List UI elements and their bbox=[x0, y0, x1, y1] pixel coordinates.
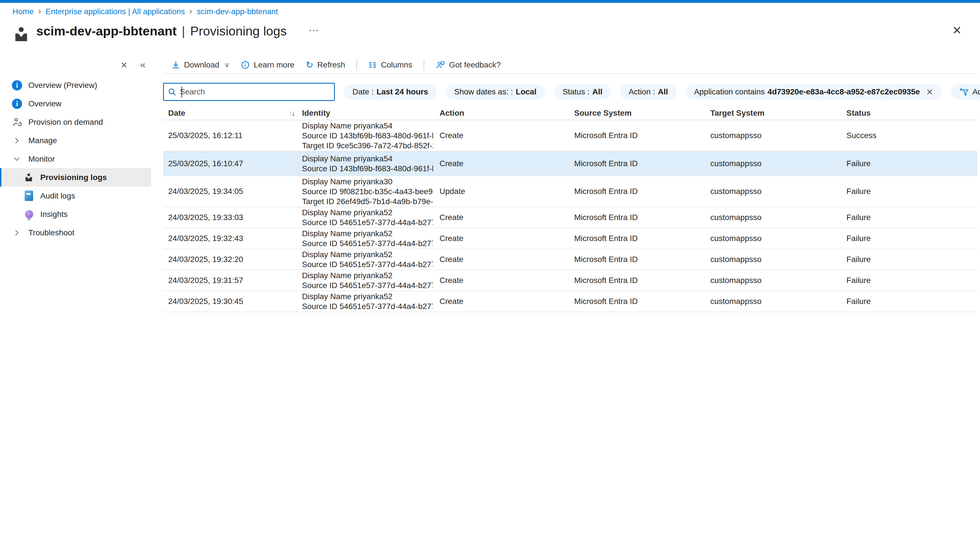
cell-action: Create bbox=[439, 159, 574, 168]
learn-more-label: Learn more bbox=[254, 60, 294, 70]
cell-status: Failure bbox=[846, 213, 977, 222]
cell-identity: Display Name priyanka52Source ID 54651e5… bbox=[302, 270, 439, 290]
close-blade-icon[interactable]: ✕ bbox=[952, 24, 962, 37]
sidebar-item-provision-on-demand[interactable]: Provision on demand bbox=[0, 113, 151, 131]
identity-line: Source ID 54651e57-377d-44a4-b277-6 bbox=[302, 280, 433, 290]
identity-line: Display Name priyanka52 bbox=[302, 208, 433, 218]
filter-pill-value: All bbox=[658, 88, 668, 96]
sidebar-item-insights[interactable]: Insights bbox=[0, 205, 151, 223]
page-name: Provisioning logs bbox=[190, 24, 287, 38]
column-header-date[interactable]: Date ↑↓ bbox=[168, 108, 302, 118]
download-button[interactable]: Download ∨ bbox=[172, 60, 229, 70]
breadcrumb-link-app[interactable]: scim-dev-app-bbtenant bbox=[197, 7, 278, 16]
sidebar-item-label: Overview (Preview) bbox=[29, 81, 97, 90]
cell-target-system: customappsso bbox=[710, 276, 846, 285]
filter-pill-date[interactable]: Date :Last 24 hours bbox=[344, 84, 437, 100]
identity-line: Source ID 143bf69b-f683-480d-961f-bf6 bbox=[302, 131, 433, 141]
identity-line: Display Name priyanka54 bbox=[302, 121, 433, 131]
breadcrumb-separator-icon: › bbox=[38, 7, 41, 16]
app-name: scim-dev-app-bbtenant bbox=[36, 24, 177, 38]
cell-date: 24/03/2025, 19:31:57 bbox=[168, 276, 302, 285]
collapse-menu-icon[interactable]: « bbox=[140, 59, 145, 70]
identity-line: Display Name priyanka52 bbox=[302, 270, 433, 280]
provisioning-logs-blade: Home › Enterprise applications | All app… bbox=[0, 0, 980, 541]
cell-date: 24/03/2025, 19:32:43 bbox=[168, 234, 302, 243]
cell-status: Failure bbox=[846, 187, 977, 196]
sort-icon: ↑↓ bbox=[289, 109, 294, 118]
cell-status: Failure bbox=[846, 255, 977, 264]
table-row[interactable]: 24/03/2025, 19:32:20Display Name priyank… bbox=[163, 249, 977, 270]
breadcrumb-separator-icon: › bbox=[189, 7, 192, 16]
table-row[interactable]: 24/03/2025, 19:30:45Display Name priyank… bbox=[163, 291, 977, 312]
cell-identity: Display Name priyanka52Source ID 54651e5… bbox=[302, 291, 439, 311]
filter-pill-show-dates-as[interactable]: Show dates as: :Local bbox=[446, 84, 545, 100]
identity-line: Source ID 54651e57-377d-44a4-b277-6 bbox=[302, 301, 433, 311]
cell-source-system: Microsoft Entra ID bbox=[574, 159, 710, 168]
refresh-button[interactable]: ↻ Refresh bbox=[306, 60, 345, 70]
breadcrumb-link-enterprise-applications[interactable]: Enterprise applications | All applicatio… bbox=[46, 7, 185, 16]
person-icon bbox=[23, 173, 35, 182]
filter-pill-application[interactable]: Application contains4d73920e-e83a-4cc8-a… bbox=[686, 84, 942, 100]
download-label: Download bbox=[184, 60, 220, 70]
bulb-icon bbox=[23, 210, 35, 218]
cell-target-system: customappsso bbox=[710, 297, 846, 306]
sidebar-item-troubleshoot[interactable]: Troubleshoot bbox=[0, 223, 151, 242]
table-row[interactable]: 24/03/2025, 19:34:05Display Name priyank… bbox=[163, 176, 977, 207]
info-icon: i bbox=[11, 80, 23, 91]
table-row[interactable]: 25/03/2025, 16:10:47Display Name priyank… bbox=[163, 151, 977, 176]
add-filters-button[interactable]: Add filters bbox=[951, 84, 980, 100]
feedback-button[interactable]: Got feedback? bbox=[436, 60, 501, 70]
cell-status: Failure bbox=[846, 234, 977, 243]
identity-line: Display Name priyanka52 bbox=[302, 291, 433, 301]
columns-button[interactable]: Columns bbox=[368, 60, 412, 70]
azure-top-bar bbox=[0, 0, 980, 3]
learn-more-button[interactable]: Learn more bbox=[241, 60, 294, 70]
filter-pill-action[interactable]: Action :All bbox=[620, 84, 676, 100]
sidebar-item-manage[interactable]: Manage bbox=[0, 131, 151, 150]
filter-pill-value: Last 24 hours bbox=[377, 88, 428, 96]
search-input[interactable] bbox=[180, 88, 321, 96]
cell-date: 24/03/2025, 19:30:45 bbox=[168, 297, 302, 306]
sidebar-item-provisioning-logs[interactable]: Provisioning logs bbox=[0, 168, 151, 186]
column-header-action[interactable]: Action bbox=[439, 108, 574, 118]
table-row[interactable]: 24/03/2025, 19:32:43Display Name priyank… bbox=[163, 228, 977, 249]
cell-date: 24/03/2025, 19:33:03 bbox=[168, 213, 302, 222]
search-icon bbox=[167, 87, 177, 97]
identity-line: Display Name priyanka30 bbox=[302, 177, 433, 186]
filter-pill-status[interactable]: Status :All bbox=[554, 84, 611, 100]
cell-target-system: customappsso bbox=[710, 213, 846, 222]
cell-date: 24/03/2025, 19:34:05 bbox=[168, 187, 302, 196]
filter-pill-value: Local bbox=[516, 88, 536, 96]
text-caret bbox=[181, 86, 182, 98]
cell-source-system: Microsoft Entra ID bbox=[574, 234, 710, 243]
dismiss-filter-icon[interactable]: ✕ bbox=[926, 87, 933, 97]
table-header: Date ↑↓ Identity Action Source System Ta… bbox=[163, 107, 977, 120]
table-row[interactable]: 24/03/2025, 19:31:57Display Name priyank… bbox=[163, 270, 977, 291]
column-header-status[interactable]: Status bbox=[846, 108, 977, 118]
identity-line: Source ID 9f0821bc-b35c-4a43-bee9-30 bbox=[302, 186, 433, 196]
sidebar-item-label: Troubleshoot bbox=[29, 228, 74, 237]
cell-identity: Display Name priyanka54Source ID 143bf69… bbox=[302, 121, 439, 151]
table-row[interactable]: 24/03/2025, 19:33:03Display Name priyank… bbox=[163, 207, 977, 228]
chevron-down-icon bbox=[13, 156, 21, 162]
table-row[interactable]: 25/03/2025, 16:12:11Display Name priyank… bbox=[163, 120, 977, 151]
column-header-target-system[interactable]: Target System bbox=[710, 108, 846, 118]
clear-menu-search-icon[interactable]: ✕ bbox=[121, 60, 127, 70]
cell-identity: Display Name priyanka30Source ID 9f0821b… bbox=[302, 177, 439, 207]
filter-bar: Date :Last 24 hoursShow dates as: :Local… bbox=[163, 83, 977, 101]
sidebar-item-overview[interactable]: iOverview bbox=[0, 94, 151, 113]
book-icon bbox=[23, 191, 35, 201]
breadcrumb-link-home[interactable]: Home bbox=[13, 7, 34, 16]
sidebar-item-audit-logs[interactable]: Audit logs bbox=[0, 186, 151, 205]
cell-target-system: customappsso bbox=[710, 255, 846, 264]
column-header-identity[interactable]: Identity bbox=[302, 108, 439, 118]
sidebar-item-overview-preview[interactable]: iOverview (Preview) bbox=[0, 76, 151, 94]
column-header-source-system[interactable]: Source System bbox=[574, 108, 710, 118]
table-body: 25/03/2025, 16:12:11Display Name priyank… bbox=[163, 120, 977, 312]
add-filter-icon bbox=[959, 87, 969, 97]
sidebar-item-monitor[interactable]: Monitor bbox=[0, 150, 151, 168]
logs-table: Date ↑↓ Identity Action Source System Ta… bbox=[163, 107, 977, 312]
more-actions-icon[interactable]: ⋯ bbox=[309, 24, 319, 36]
info-icon bbox=[241, 60, 250, 70]
toolbar-divider bbox=[356, 60, 357, 70]
